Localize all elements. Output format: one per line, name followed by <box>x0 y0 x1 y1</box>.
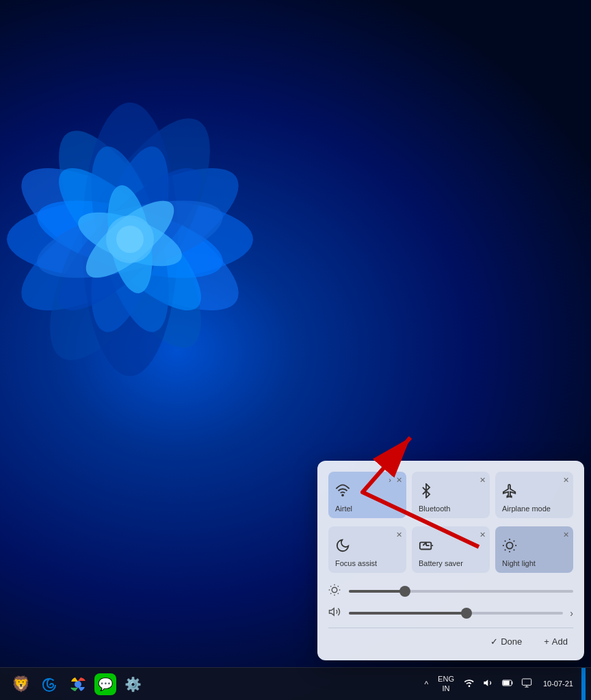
svg-line-39 <box>330 593 331 594</box>
volume-thumb[interactable] <box>461 608 472 619</box>
svg-line-26 <box>505 541 505 541</box>
qs-tile-airplane[interactable]: ✕ Airplane mode <box>495 472 573 518</box>
airplane-pin-icon[interactable]: ✕ <box>563 476 569 485</box>
svg-point-16 <box>116 226 144 253</box>
svg-line-35 <box>330 586 331 587</box>
brightness-slider-row <box>328 584 573 599</box>
wifi-label: Airtel <box>335 504 352 513</box>
tray-network-icon[interactable] <box>518 676 535 692</box>
svg-point-23 <box>506 542 512 548</box>
tray-battery-icon[interactable] <box>499 677 516 691</box>
svg-point-44 <box>469 685 471 687</box>
volume-track[interactable] <box>349 612 563 615</box>
bluetooth-icon <box>419 483 434 502</box>
svg-point-17 <box>342 495 343 496</box>
battery-saver-icon <box>419 538 434 556</box>
tray-icons-group <box>461 676 535 692</box>
qs-grid-row1: › ✕ Airtel ✕ <box>328 472 573 518</box>
qs-tile-battery[interactable]: ✕ Battery saver <box>412 526 490 573</box>
nightlight-label: Night light <box>502 559 536 567</box>
focus-label: Focus assist <box>335 559 377 567</box>
svg-line-31 <box>514 541 514 541</box>
airplane-label: Airplane mode <box>502 504 551 513</box>
nightlight-pin-icon[interactable]: ✕ <box>563 530 569 539</box>
taskbar-apps: 🦁 💬 <box>0 672 416 697</box>
tray-volume-icon[interactable] <box>480 676 497 692</box>
taskbar-edge-icon[interactable] <box>37 672 62 697</box>
wifi-pin-icon[interactable]: ✕ <box>396 476 402 485</box>
done-label: Done <box>501 636 522 647</box>
time-display: 10-07-21 <box>543 679 573 689</box>
brightness-fill <box>349 590 405 593</box>
airplane-icon <box>502 483 517 502</box>
svg-line-40 <box>338 586 339 587</box>
quick-settings-panel: › ✕ Airtel ✕ <box>317 461 584 660</box>
taskbar: 🦁 💬 <box>0 667 591 700</box>
svg-point-43 <box>75 681 81 688</box>
qs-grid-row2: ✕ Focus assist ✕ Batte <box>328 526 573 573</box>
focus-icon <box>335 538 350 556</box>
wifi-arrow-icon[interactable]: › <box>389 476 391 484</box>
volume-chevron-icon[interactable]: › <box>570 608 573 619</box>
done-button[interactable]: ✓ Done <box>485 634 527 649</box>
taskbar-settings-icon[interactable]: ⚙️ <box>120 672 145 697</box>
datetime-display[interactable]: 10-07-21 <box>538 677 579 690</box>
add-plus-icon: + <box>544 636 549 647</box>
svg-line-27 <box>514 550 514 550</box>
svg-marker-41 <box>330 608 334 616</box>
add-label: Add <box>552 636 568 647</box>
qs-tile-wifi[interactable]: › ✕ Airtel <box>328 472 406 518</box>
qs-footer: ✓ Done + Add <box>328 628 573 649</box>
focus-pin-icon[interactable]: ✕ <box>396 530 402 539</box>
bluetooth-pin-icon[interactable]: ✕ <box>480 476 486 485</box>
taskbar-tray: ^ ENG IN <box>416 668 591 701</box>
taskbar-edge-bar <box>581 668 586 701</box>
qs-tile-focus[interactable]: ✕ Focus assist <box>328 526 406 573</box>
lang-line2: IN <box>443 684 450 693</box>
lang-line1: ENG <box>438 675 454 684</box>
volume-fill <box>349 612 467 615</box>
qs-tile-bluetooth[interactable]: ✕ Bluetooth <box>412 472 490 518</box>
tray-wifi-icon[interactable] <box>461 676 477 692</box>
svg-point-32 <box>332 587 337 593</box>
brightness-track[interactable] <box>349 590 573 593</box>
tray-chevron-icon[interactable]: ^ <box>421 678 431 690</box>
taskbar-chrome-icon[interactable] <box>66 672 90 697</box>
add-button[interactable]: + Add <box>538 634 573 649</box>
done-check-icon: ✓ <box>490 636 498 647</box>
brightness-icon <box>328 584 342 599</box>
brightness-thumb[interactable] <box>399 586 410 597</box>
taskbar-brave-icon[interactable]: 🦁 <box>8 672 33 697</box>
svg-rect-47 <box>503 681 509 686</box>
desktop: › ✕ Airtel ✕ <box>0 0 591 700</box>
volume-slider-row: › <box>328 606 573 621</box>
nightlight-icon <box>502 538 517 556</box>
wifi-icon <box>335 483 350 502</box>
svg-marker-45 <box>484 679 488 686</box>
battery-label: Battery saver <box>419 559 463 567</box>
qs-tile-nightlight[interactable]: ✕ Night light <box>495 526 573 573</box>
taskbar-line-icon[interactable]: 💬 <box>94 673 116 695</box>
language-indicator[interactable]: ENG IN <box>434 673 458 694</box>
battery-pin-icon[interactable]: ✕ <box>480 530 486 539</box>
svg-rect-49 <box>522 679 531 685</box>
svg-line-30 <box>505 550 505 550</box>
volume-icon <box>328 606 342 621</box>
svg-line-36 <box>338 593 339 594</box>
bluetooth-label: Bluetooth <box>419 504 450 513</box>
